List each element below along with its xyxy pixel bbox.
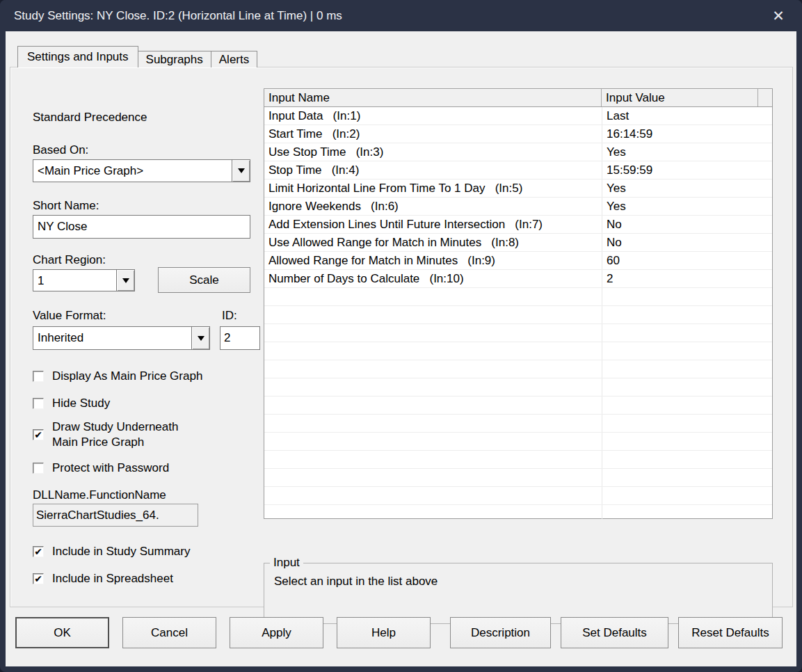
table-row[interactable]: Add Extension Lines Until Future Interse…	[264, 216, 772, 234]
table-row[interactable]	[264, 360, 772, 378]
apply-button[interactable]: Apply	[230, 617, 323, 648]
input-value-cell	[602, 451, 772, 468]
description-button[interactable]: Description	[450, 617, 551, 648]
checkbox-box[interactable]	[33, 371, 44, 382]
input-value-cell	[602, 324, 772, 342]
table-row[interactable]	[264, 469, 772, 487]
cancel-button[interactable]: Cancel	[122, 617, 216, 648]
input-name-cell: Number of Days to Calculate (In:10)	[264, 270, 602, 287]
input-name-cell: Use Allowed Range for Match in Minutes (…	[264, 234, 602, 251]
tab-strip: Settings and InputsSubgraphsAlerts	[17, 46, 257, 67]
table-row[interactable]	[264, 342, 772, 360]
input-name-cell	[264, 451, 602, 468]
input-value-cell: 60	[602, 252, 772, 269]
checkbox-box[interactable]: ✔	[33, 573, 44, 584]
settings-column: Standard Precedence Based On: <Main Pric…	[33, 67, 262, 586]
table-row[interactable]: Ignore Weekends (In:6)Yes	[264, 198, 772, 216]
header-filler	[758, 89, 772, 106]
table-row[interactable]: Use Stop Time (In:3)Yes	[264, 143, 772, 161]
window-title: Study Settings: NY Close. ID:2 (Horizont…	[14, 0, 342, 31]
column-header-input-name[interactable]: Input Name	[264, 89, 602, 106]
table-row[interactable]: Limit Horizontal Line From Time To 1 Day…	[264, 179, 772, 198]
checkbox-include-in-study-summary[interactable]: ✔Include in Study Summary	[33, 544, 262, 559]
input-groupbox-message: Select an input in the list above	[274, 575, 438, 589]
table-row[interactable]: Start Time (In:2)16:14:59	[264, 125, 772, 143]
checkbox-draw-study-underneath-main-price-graph[interactable]: ✔Draw Study Underneath Main Price Graph	[33, 419, 262, 450]
study-settings-dialog: Study Settings: NY Close. ID:2 (Horizont…	[0, 0, 802, 672]
input-value-cell: No	[602, 234, 772, 251]
table-row[interactable]: Stop Time (In:4)15:59:59	[264, 161, 772, 179]
input-name-cell: Limit Horizontal Line From Time To 1 Day…	[264, 179, 602, 197]
checkbox-hide-study[interactable]: Hide Study	[33, 396, 262, 411]
input-name-cell: Stop Time (In:4)	[264, 161, 602, 179]
reset-defaults-button[interactable]: Reset Defaults	[678, 617, 783, 648]
checkbox-label: Draw Study Underneath Main Price Graph	[52, 419, 178, 450]
input-name-cell: Add Extension Lines Until Future Interse…	[264, 216, 602, 233]
table-row[interactable]	[264, 415, 772, 433]
table-row[interactable]	[264, 451, 772, 469]
tab-subgraphs[interactable]: Subgraphs	[138, 51, 211, 67]
footer-buttons: OKCancelApplyHelp DescriptionSet Default…	[15, 617, 783, 648]
checkbox-label: Include in Study Summary	[52, 544, 190, 559]
scale-button[interactable]: Scale	[158, 267, 250, 293]
based-on-select[interactable]: <Main Price Graph>	[33, 159, 250, 182]
table-row[interactable]	[264, 397, 772, 415]
table-row[interactable]	[264, 288, 772, 306]
chart-region-value: 1	[33, 270, 116, 291]
help-button[interactable]: Help	[337, 617, 431, 648]
table-row[interactable]	[264, 324, 772, 342]
table-row[interactable]: Allowed Range for Match in Minutes (In:9…	[264, 252, 772, 270]
input-name-cell: Input Data (In:1)	[264, 107, 602, 125]
inputs-table-body: Input Data (In:1)LastStart Time (In:2)16…	[264, 107, 772, 519]
table-row[interactable]	[264, 306, 772, 324]
table-row[interactable]	[264, 505, 772, 519]
chevron-down-icon[interactable]	[232, 160, 250, 182]
tab-panel: Standard Precedence Based On: <Main Pric…	[10, 67, 793, 607]
checkbox-box[interactable]: ✔	[33, 546, 44, 557]
inputs-table: Input Name Input Value Input Data (In:1)…	[264, 88, 773, 519]
checkbox-display-as-main-price-graph[interactable]: Display As Main Price Graph	[33, 369, 262, 384]
short-name-input[interactable]	[33, 215, 250, 239]
checkbox-box[interactable]	[33, 463, 44, 474]
table-row[interactable]: Input Data (In:1)Last	[264, 107, 772, 125]
input-name-cell: Use Stop Time (In:3)	[264, 143, 602, 161]
checkbox-label: Hide Study	[52, 396, 110, 411]
checkbox-label: Protect with Password	[52, 461, 169, 476]
chevron-down-icon[interactable]	[116, 270, 134, 291]
checkbox-group-bottom: ✔Include in Study Summary✔Include in Spr…	[33, 544, 262, 586]
checkbox-include-in-spreadsheet[interactable]: ✔Include in Spreadsheet	[33, 571, 262, 586]
table-row[interactable]: Number of Days to Calculate (In:10)2	[264, 270, 772, 288]
checkbox-box[interactable]	[33, 398, 44, 409]
input-value-cell: Yes	[602, 198, 772, 215]
footer-button-group-right: DescriptionSet DefaultsReset Defaults	[450, 617, 783, 648]
checkbox-box[interactable]: ✔	[33, 429, 44, 440]
chart-region-row: 1 Scale	[33, 269, 250, 293]
table-row[interactable]	[264, 487, 772, 505]
input-value-cell	[602, 342, 772, 360]
tab-settings-and-inputs[interactable]: Settings and Inputs	[17, 46, 138, 67]
input-value-cell	[602, 433, 772, 450]
based-on-value: <Main Price Graph>	[33, 160, 232, 182]
dll-name-label: DLLName.FunctionName	[33, 488, 262, 502]
table-row[interactable]: Use Allowed Range for Match in Minutes (…	[264, 234, 772, 252]
checkbox-label: Include in Spreadsheet	[52, 571, 173, 586]
checkbox-label: Display As Main Price Graph	[52, 369, 202, 384]
chevron-down-icon[interactable]	[191, 327, 209, 349]
chart-region-select[interactable]: 1	[33, 269, 135, 291]
input-value-cell	[602, 469, 772, 486]
input-name-cell	[264, 342, 602, 360]
short-name-label: Short Name:	[33, 199, 262, 213]
id-input[interactable]	[220, 326, 260, 350]
set-defaults-button[interactable]: Set Defaults	[561, 617, 668, 648]
checkbox-protect-with-password[interactable]: Protect with Password	[33, 461, 262, 476]
input-value-cell: Yes	[602, 179, 772, 197]
value-format-select[interactable]: Inherited	[33, 326, 210, 350]
column-header-input-value[interactable]: Input Value	[602, 89, 758, 106]
input-value-cell	[602, 415, 772, 432]
input-name-cell	[264, 306, 602, 323]
tab-alerts[interactable]: Alerts	[211, 51, 257, 67]
close-button[interactable]: ✕	[763, 5, 794, 27]
ok-button[interactable]: OK	[15, 617, 109, 648]
table-row[interactable]	[264, 378, 772, 397]
table-row[interactable]	[264, 433, 772, 451]
